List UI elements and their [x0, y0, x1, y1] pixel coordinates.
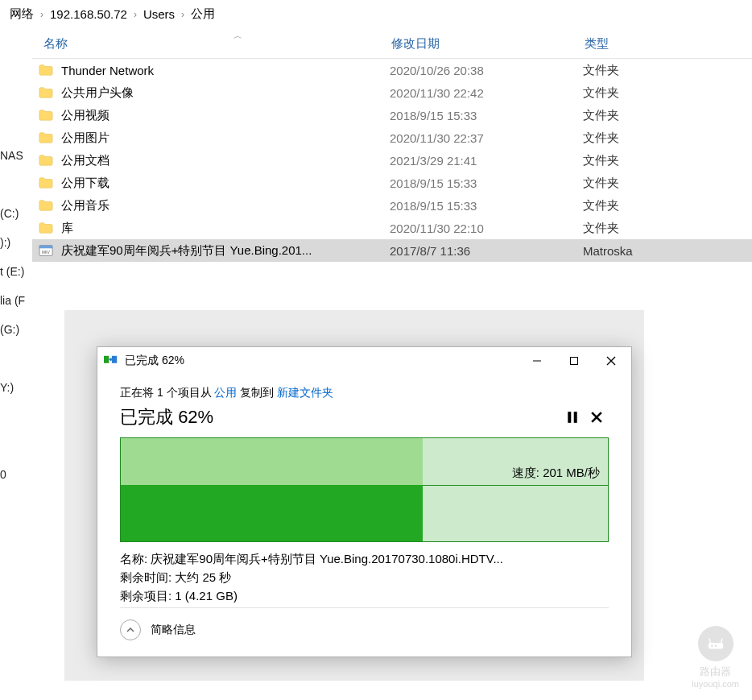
file-name: 公用视频	[61, 108, 390, 123]
sidebar-item[interactable]: t (E:)	[0, 257, 32, 286]
column-header-date[interactable]: 修改日期	[391, 36, 585, 52]
dialog-title-prefix: 已完成	[125, 354, 159, 367]
sidebar-item[interactable]: ):)	[0, 228, 32, 257]
svg-line-17	[721, 639, 722, 644]
breadcrumb-users[interactable]: Users	[143, 7, 175, 21]
detail-time-value: 大约 25 秒	[175, 570, 231, 584]
chevron-right-icon: ›	[134, 9, 137, 20]
copy-dest-link[interactable]: 新建文件夹	[277, 386, 333, 399]
speed-chart: 速度: 201 MB/秒	[120, 437, 609, 542]
file-date: 2018/9/15 15:33	[390, 109, 583, 122]
file-type: 文件夹	[583, 221, 744, 236]
router-icon	[698, 626, 733, 661]
folder-icon	[37, 220, 55, 236]
table-row[interactable]: 公用视频2018/9/15 15:33文件夹	[32, 104, 752, 126]
breadcrumb-ip[interactable]: 192.168.50.72	[50, 7, 127, 21]
speed-label: 速度:	[512, 466, 539, 479]
svg-line-16	[709, 639, 710, 644]
column-header-name[interactable]: 名称	[37, 36, 391, 52]
table-row[interactable]: 公用文档2021/3/29 21:41文件夹	[32, 149, 752, 172]
sidebar-item[interactable]: Y:)	[0, 373, 32, 402]
copy-source-link[interactable]: 公用	[214, 386, 237, 399]
chart-area	[121, 485, 423, 541]
chevron-right-icon: ›	[40, 9, 43, 20]
file-name: 公用图片	[61, 130, 390, 146]
file-type: 文件夹	[583, 63, 744, 78]
column-header-type[interactable]: 类型	[585, 36, 746, 52]
sidebar-item[interactable]: lia (F	[0, 286, 32, 315]
copy-prefix: 正在将 1 个项目从	[120, 386, 212, 399]
sidebar-item	[0, 170, 32, 199]
folder-icon	[37, 85, 55, 101]
svg-rect-1	[39, 246, 52, 249]
sidebar-item	[0, 402, 32, 431]
maximize-button[interactable]	[556, 348, 593, 374]
minimize-button[interactable]	[519, 348, 556, 374]
breadcrumb[interactable]: 网络 › 192.168.50.72 › Users › 公用	[0, 0, 752, 28]
detail-time: 剩余时间: 大约 25 秒	[120, 570, 609, 586]
file-list[interactable]: Thunder Network2020/10/26 20:38文件夹公共用户头像…	[32, 59, 752, 262]
file-date: 2018/9/15 15:33	[390, 199, 583, 213]
collapse-details-button[interactable]	[120, 619, 141, 640]
column-resize-handle[interactable]: ︿	[233, 28, 242, 43]
file-name: 公用音乐	[61, 198, 390, 213]
copy-mid: 复制到	[240, 386, 274, 399]
file-name: 库	[61, 221, 390, 236]
svg-rect-10	[574, 412, 577, 423]
file-type: 文件夹	[583, 153, 744, 168]
sidebar-item[interactable]: NAS	[0, 141, 32, 170]
file-type: 文件夹	[583, 130, 744, 146]
file-name: 庆祝建军90周年阅兵+特别节目 Yue.Bing.201...	[61, 243, 390, 259]
file-type: 文件夹	[583, 108, 744, 123]
sidebar-item[interactable]: (C:)	[0, 199, 32, 228]
copy-progress-dialog: 已完成 62% 正在将 1 个项目从 公用 复制到 新建文件	[97, 346, 632, 657]
table-row[interactable]: 库2020/11/30 22:10文件夹	[32, 217, 752, 239]
detail-items-value: 1 (4.21 GB)	[175, 589, 238, 603]
folder-icon	[37, 175, 55, 191]
file-type: 文件夹	[583, 176, 744, 191]
file-name: 公用下载	[61, 176, 390, 191]
folder-icon	[37, 130, 55, 146]
breadcrumb-root[interactable]: 网络	[10, 6, 34, 22]
dialog-title: 已完成 62%	[125, 354, 519, 368]
table-row[interactable]: 公共用户头像2020/11/30 22:42文件夹	[32, 81, 752, 104]
watermark-line1: 路由器	[692, 665, 739, 679]
file-name: 公用文档	[61, 153, 390, 168]
folder-icon	[37, 197, 55, 213]
breadcrumb-public[interactable]: 公用	[191, 6, 215, 22]
dialog-title-percent: 62%	[162, 354, 184, 367]
file-name: Thunder Network	[61, 64, 390, 77]
chevron-right-icon: ›	[181, 9, 184, 20]
table-row[interactable]: 公用音乐2018/9/15 15:33文件夹	[32, 194, 752, 217]
detail-time-label: 剩余时间:	[120, 570, 171, 584]
file-name: 公共用户头像	[61, 85, 390, 101]
done-percent: 62%	[178, 407, 213, 428]
nav-sidebar[interactable]: NAS (C:) ):) t (E:) lia (F (G:) Y:) 0	[0, 28, 32, 696]
file-date: 2017/8/7 11:36	[390, 244, 583, 258]
svg-rect-6	[571, 358, 578, 365]
table-row[interactable]: 公用下载2018/9/15 15:33文件夹	[32, 172, 752, 194]
svg-rect-3	[104, 356, 109, 363]
file-type: 文件夹	[583, 85, 744, 101]
file-date: 2020/10/26 20:38	[390, 64, 583, 77]
table-row[interactable]: 公用图片2020/11/30 22:37文件夹	[32, 126, 752, 149]
pause-button[interactable]	[560, 407, 585, 428]
detail-name-label: 名称:	[120, 552, 147, 565]
table-row[interactable]: Thunder Network2020/10/26 20:38文件夹	[32, 59, 752, 81]
watermark: 路由器 luyouqi.com	[692, 626, 739, 689]
svg-text:MKV: MKV	[42, 251, 50, 255]
sidebar-item[interactable]: (G:)	[0, 315, 32, 344]
sidebar-item: 0	[0, 460, 32, 489]
close-button[interactable]	[593, 348, 630, 374]
sidebar-item	[0, 344, 32, 373]
column-headers: 名称 修改日期 类型	[32, 28, 752, 59]
file-date: 2020/11/30 22:37	[390, 131, 583, 145]
file-date: 2018/9/15 15:33	[390, 176, 583, 190]
detail-filename: 名称: 庆祝建军90周年阅兵+特别节目 Yue.Bing.20170730.10…	[120, 552, 609, 567]
dialog-titlebar[interactable]: 已完成 62%	[97, 347, 631, 375]
detail-remaining: 剩余项目: 1 (4.21 GB)	[120, 589, 609, 604]
table-row[interactable]: MKV庆祝建军90周年阅兵+特别节目 Yue.Bing.201...2017/8…	[32, 239, 752, 262]
file-type: 文件夹	[583, 198, 744, 213]
cancel-button[interactable]	[585, 407, 609, 428]
brief-info-label[interactable]: 简略信息	[151, 623, 196, 637]
